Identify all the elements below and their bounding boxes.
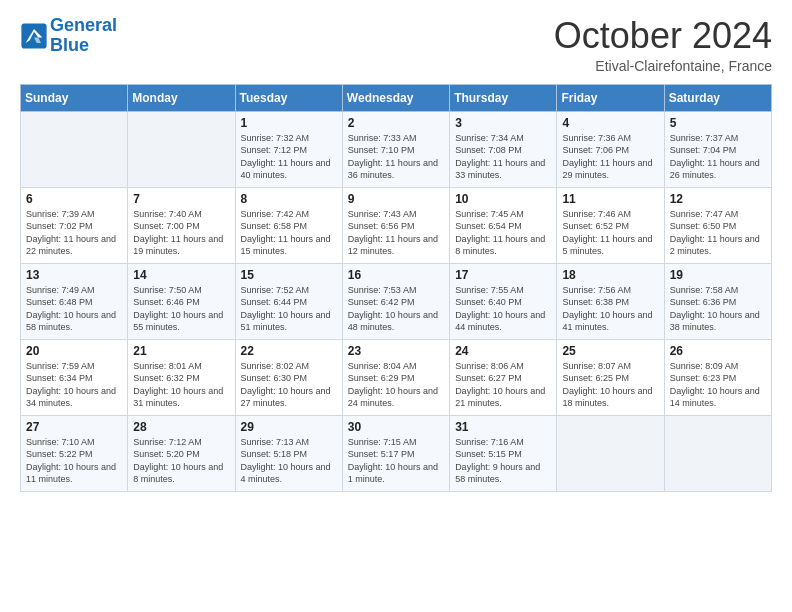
cell-info: Sunrise: 7:39 AMSunset: 7:02 PMDaylight:… bbox=[26, 208, 122, 258]
day-number: 9 bbox=[348, 192, 444, 206]
calendar-cell: 12Sunrise: 7:47 AMSunset: 6:50 PMDayligh… bbox=[664, 187, 771, 263]
calendar-cell: 10Sunrise: 7:45 AMSunset: 6:54 PMDayligh… bbox=[450, 187, 557, 263]
cell-info: Sunrise: 7:32 AMSunset: 7:12 PMDaylight:… bbox=[241, 132, 337, 182]
svg-rect-0 bbox=[21, 23, 46, 48]
calendar-cell: 2Sunrise: 7:33 AMSunset: 7:10 PMDaylight… bbox=[342, 111, 449, 187]
day-header-wednesday: Wednesday bbox=[342, 84, 449, 111]
month-title: October 2024 bbox=[554, 16, 772, 56]
calendar-cell: 9Sunrise: 7:43 AMSunset: 6:56 PMDaylight… bbox=[342, 187, 449, 263]
calendar-cell: 21Sunrise: 8:01 AMSunset: 6:32 PMDayligh… bbox=[128, 339, 235, 415]
calendar-cell: 18Sunrise: 7:56 AMSunset: 6:38 PMDayligh… bbox=[557, 263, 664, 339]
cell-info: Sunrise: 7:40 AMSunset: 7:00 PMDaylight:… bbox=[133, 208, 229, 258]
day-number: 21 bbox=[133, 344, 229, 358]
day-number: 27 bbox=[26, 420, 122, 434]
day-number: 10 bbox=[455, 192, 551, 206]
calendar-cell: 25Sunrise: 8:07 AMSunset: 6:25 PMDayligh… bbox=[557, 339, 664, 415]
calendar-cell: 24Sunrise: 8:06 AMSunset: 6:27 PMDayligh… bbox=[450, 339, 557, 415]
calendar-cell bbox=[557, 415, 664, 491]
calendar-cell: 31Sunrise: 7:16 AMSunset: 5:15 PMDayligh… bbox=[450, 415, 557, 491]
calendar-header-row: SundayMondayTuesdayWednesdayThursdayFrid… bbox=[21, 84, 772, 111]
cell-info: Sunrise: 7:45 AMSunset: 6:54 PMDaylight:… bbox=[455, 208, 551, 258]
day-number: 16 bbox=[348, 268, 444, 282]
day-number: 8 bbox=[241, 192, 337, 206]
cell-info: Sunrise: 7:56 AMSunset: 6:38 PMDaylight:… bbox=[562, 284, 658, 334]
cell-info: Sunrise: 7:52 AMSunset: 6:44 PMDaylight:… bbox=[241, 284, 337, 334]
day-number: 2 bbox=[348, 116, 444, 130]
day-header-sunday: Sunday bbox=[21, 84, 128, 111]
calendar-cell: 1Sunrise: 7:32 AMSunset: 7:12 PMDaylight… bbox=[235, 111, 342, 187]
calendar-cell: 23Sunrise: 8:04 AMSunset: 6:29 PMDayligh… bbox=[342, 339, 449, 415]
logo-line2: Blue bbox=[50, 35, 89, 55]
day-number: 14 bbox=[133, 268, 229, 282]
day-number: 26 bbox=[670, 344, 766, 358]
day-number: 25 bbox=[562, 344, 658, 358]
calendar-cell: 22Sunrise: 8:02 AMSunset: 6:30 PMDayligh… bbox=[235, 339, 342, 415]
cell-info: Sunrise: 7:50 AMSunset: 6:46 PMDaylight:… bbox=[133, 284, 229, 334]
day-header-tuesday: Tuesday bbox=[235, 84, 342, 111]
cell-info: Sunrise: 7:42 AMSunset: 6:58 PMDaylight:… bbox=[241, 208, 337, 258]
calendar-cell: 17Sunrise: 7:55 AMSunset: 6:40 PMDayligh… bbox=[450, 263, 557, 339]
day-header-friday: Friday bbox=[557, 84, 664, 111]
calendar-cell: 6Sunrise: 7:39 AMSunset: 7:02 PMDaylight… bbox=[21, 187, 128, 263]
week-row-2: 6Sunrise: 7:39 AMSunset: 7:02 PMDaylight… bbox=[21, 187, 772, 263]
cell-info: Sunrise: 7:49 AMSunset: 6:48 PMDaylight:… bbox=[26, 284, 122, 334]
day-number: 5 bbox=[670, 116, 766, 130]
calendar-cell: 16Sunrise: 7:53 AMSunset: 6:42 PMDayligh… bbox=[342, 263, 449, 339]
cell-info: Sunrise: 7:37 AMSunset: 7:04 PMDaylight:… bbox=[670, 132, 766, 182]
week-row-4: 20Sunrise: 7:59 AMSunset: 6:34 PMDayligh… bbox=[21, 339, 772, 415]
logo: General Blue bbox=[20, 16, 117, 56]
calendar-cell: 28Sunrise: 7:12 AMSunset: 5:20 PMDayligh… bbox=[128, 415, 235, 491]
cell-info: Sunrise: 7:34 AMSunset: 7:08 PMDaylight:… bbox=[455, 132, 551, 182]
cell-info: Sunrise: 7:16 AMSunset: 5:15 PMDaylight:… bbox=[455, 436, 551, 486]
cell-info: Sunrise: 7:59 AMSunset: 6:34 PMDaylight:… bbox=[26, 360, 122, 410]
cell-info: Sunrise: 7:10 AMSunset: 5:22 PMDaylight:… bbox=[26, 436, 122, 486]
calendar-cell: 15Sunrise: 7:52 AMSunset: 6:44 PMDayligh… bbox=[235, 263, 342, 339]
cell-info: Sunrise: 7:36 AMSunset: 7:06 PMDaylight:… bbox=[562, 132, 658, 182]
calendar-cell: 8Sunrise: 7:42 AMSunset: 6:58 PMDaylight… bbox=[235, 187, 342, 263]
cell-info: Sunrise: 7:15 AMSunset: 5:17 PMDaylight:… bbox=[348, 436, 444, 486]
calendar-cell: 5Sunrise: 7:37 AMSunset: 7:04 PMDaylight… bbox=[664, 111, 771, 187]
week-row-1: 1Sunrise: 7:32 AMSunset: 7:12 PMDaylight… bbox=[21, 111, 772, 187]
cell-info: Sunrise: 7:12 AMSunset: 5:20 PMDaylight:… bbox=[133, 436, 229, 486]
day-number: 23 bbox=[348, 344, 444, 358]
day-header-saturday: Saturday bbox=[664, 84, 771, 111]
cell-info: Sunrise: 7:43 AMSunset: 6:56 PMDaylight:… bbox=[348, 208, 444, 258]
day-number: 12 bbox=[670, 192, 766, 206]
calendar-cell: 20Sunrise: 7:59 AMSunset: 6:34 PMDayligh… bbox=[21, 339, 128, 415]
cell-info: Sunrise: 8:04 AMSunset: 6:29 PMDaylight:… bbox=[348, 360, 444, 410]
calendar-cell: 11Sunrise: 7:46 AMSunset: 6:52 PMDayligh… bbox=[557, 187, 664, 263]
logo-icon bbox=[20, 22, 48, 50]
logo-text: General Blue bbox=[50, 16, 117, 56]
cell-info: Sunrise: 8:07 AMSunset: 6:25 PMDaylight:… bbox=[562, 360, 658, 410]
day-number: 28 bbox=[133, 420, 229, 434]
day-number: 1 bbox=[241, 116, 337, 130]
calendar-cell: 13Sunrise: 7:49 AMSunset: 6:48 PMDayligh… bbox=[21, 263, 128, 339]
cell-info: Sunrise: 8:02 AMSunset: 6:30 PMDaylight:… bbox=[241, 360, 337, 410]
day-number: 13 bbox=[26, 268, 122, 282]
location-title: Etival-Clairefontaine, France bbox=[554, 58, 772, 74]
day-number: 18 bbox=[562, 268, 658, 282]
cell-info: Sunrise: 7:13 AMSunset: 5:18 PMDaylight:… bbox=[241, 436, 337, 486]
day-number: 29 bbox=[241, 420, 337, 434]
day-number: 6 bbox=[26, 192, 122, 206]
week-row-5: 27Sunrise: 7:10 AMSunset: 5:22 PMDayligh… bbox=[21, 415, 772, 491]
day-number: 20 bbox=[26, 344, 122, 358]
day-number: 15 bbox=[241, 268, 337, 282]
day-number: 31 bbox=[455, 420, 551, 434]
calendar-cell: 30Sunrise: 7:15 AMSunset: 5:17 PMDayligh… bbox=[342, 415, 449, 491]
logo-line1: General bbox=[50, 15, 117, 35]
calendar-cell bbox=[664, 415, 771, 491]
calendar-cell: 3Sunrise: 7:34 AMSunset: 7:08 PMDaylight… bbox=[450, 111, 557, 187]
cell-info: Sunrise: 7:55 AMSunset: 6:40 PMDaylight:… bbox=[455, 284, 551, 334]
day-number: 11 bbox=[562, 192, 658, 206]
day-number: 19 bbox=[670, 268, 766, 282]
calendar-cell: 27Sunrise: 7:10 AMSunset: 5:22 PMDayligh… bbox=[21, 415, 128, 491]
day-number: 17 bbox=[455, 268, 551, 282]
calendar-cell bbox=[21, 111, 128, 187]
calendar-cell: 29Sunrise: 7:13 AMSunset: 5:18 PMDayligh… bbox=[235, 415, 342, 491]
day-number: 30 bbox=[348, 420, 444, 434]
cell-info: Sunrise: 7:53 AMSunset: 6:42 PMDaylight:… bbox=[348, 284, 444, 334]
day-header-monday: Monday bbox=[128, 84, 235, 111]
day-number: 7 bbox=[133, 192, 229, 206]
calendar-cell: 4Sunrise: 7:36 AMSunset: 7:06 PMDaylight… bbox=[557, 111, 664, 187]
